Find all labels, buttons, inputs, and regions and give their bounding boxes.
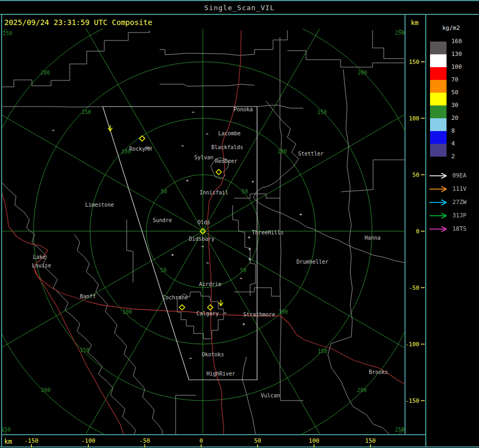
municipal-boundary xyxy=(127,219,133,282)
map-canvas[interactable]: 5050505010010010010015015015015020020020… xyxy=(0,0,479,448)
radar-legend-item: 09EA xyxy=(429,169,479,182)
town-marker: ^ xyxy=(181,144,184,150)
radar-app-window: Single_Scan_VIL 505050501001001001001501… xyxy=(0,0,479,448)
range-ring-label: 250 xyxy=(395,30,404,36)
town-marker: ^ xyxy=(205,133,209,138)
municipal-boundary xyxy=(160,30,287,55)
range-ring-label: 150 xyxy=(81,109,91,115)
map-layers: 5050505010010010010015015015015020020020… xyxy=(0,0,479,448)
city-label: Banff xyxy=(80,294,96,299)
town-marker: ^ xyxy=(206,262,209,267)
right-axis-tick-label: -100 xyxy=(406,341,420,348)
range-ring-label: 200 xyxy=(41,387,51,393)
bottom-axis-tick-label: -100 xyxy=(81,437,96,444)
radar-site-legend: 09EA111V27ZW31JP18TS xyxy=(429,169,479,235)
city-label: Strathmore xyxy=(243,312,275,317)
range-ring-label: 250 xyxy=(395,427,404,433)
azimuth-spoke xyxy=(54,231,203,448)
radar-arrow-icon xyxy=(429,199,448,206)
azimuth-spoke xyxy=(203,82,461,231)
right-axis-tick-label: -150 xyxy=(406,397,420,404)
range-ring-label: 50 xyxy=(240,267,246,273)
town-marker: + xyxy=(242,321,245,327)
range-ring-label: 50 xyxy=(160,267,167,273)
municipal-boundary xyxy=(2,107,103,107)
legend-scale-value: 8 xyxy=(451,127,473,134)
city-label: Hanna xyxy=(365,235,381,241)
city-label: Ponoka xyxy=(234,107,253,112)
radar-map-svg[interactable]: 5050505010010010010015015015015020020020… xyxy=(0,0,479,448)
bottom-axis-tick-label: 50 xyxy=(254,437,261,444)
legend-color-swatch xyxy=(430,105,447,118)
radar-site-marker xyxy=(208,305,213,310)
municipal-boundary xyxy=(253,101,404,263)
azimuth-spoke xyxy=(0,82,203,231)
radar-site-marker xyxy=(216,169,221,175)
radar-legend-item: 111V xyxy=(429,182,479,196)
legend-color-swatch xyxy=(430,144,447,157)
highway-line xyxy=(34,266,123,434)
range-ring-label: 250 xyxy=(3,30,12,36)
legend-color-swatch xyxy=(430,54,447,67)
town-marker: + xyxy=(248,256,251,262)
legend-color-swatch xyxy=(430,80,447,93)
legend-scale-value: 100 xyxy=(451,63,473,70)
right-axis-tick-label: 150 xyxy=(409,59,419,66)
legend-scale-value: 130 xyxy=(451,51,473,58)
city-label: Blackfalds xyxy=(211,144,243,150)
city-label: Brooks xyxy=(369,369,388,375)
city-label: Lacombe xyxy=(218,131,241,136)
radar-legend-item: 27ZW xyxy=(429,196,479,209)
legend-color-swatch xyxy=(430,118,447,131)
city-label: Drumheller xyxy=(296,259,328,265)
municipal-boundary xyxy=(341,160,373,192)
right-axis-tick-label: 50 xyxy=(412,172,419,178)
city-label: Airdrie xyxy=(199,281,221,287)
town-marker: ^ xyxy=(192,111,195,116)
radar-arrow-icon xyxy=(429,226,448,232)
city-label: Cochrane xyxy=(162,295,188,300)
bottom-axis-tick-label: -150 xyxy=(24,437,39,444)
town-marker: + xyxy=(247,234,251,240)
azimuth-spoke xyxy=(203,0,352,231)
range-ring-label: 50 xyxy=(161,189,167,194)
range-ring-label: 200 xyxy=(358,70,367,76)
town-marker: ^ xyxy=(224,312,227,317)
town-marker: ^ xyxy=(52,129,55,134)
range-ring-label: 150 xyxy=(317,109,327,115)
city-label: ThreeHills xyxy=(252,230,284,235)
right-axis-unit-label: km xyxy=(411,19,418,27)
radar-id-label: 18TS xyxy=(452,225,467,232)
range-ring-label: 150 xyxy=(318,348,327,354)
right-axis-tick-label: -50 xyxy=(409,284,419,291)
legend-color-swatch xyxy=(430,67,447,80)
range-ring-label: 50 xyxy=(242,189,248,194)
bottom-axis-unit-label: km xyxy=(4,438,12,445)
legend-scale-value: 50 xyxy=(451,89,473,96)
color-scale: 16013010070503020842 xyxy=(430,42,479,169)
city-label: RockyMH xyxy=(129,146,152,152)
azimuth-spoke xyxy=(203,231,461,380)
bottom-axis-tick-label: 0 xyxy=(200,437,203,444)
range-ring xyxy=(0,0,479,448)
radar-site-marker xyxy=(139,136,145,141)
city-label: Okotoks xyxy=(202,352,224,357)
city-label: Calgary xyxy=(196,311,219,316)
city-label: Lake xyxy=(33,254,46,260)
city-label: Olds xyxy=(197,219,210,225)
legend-color-swatch xyxy=(430,131,447,144)
city-label: Sundre xyxy=(153,217,172,223)
radar-legend-item: 31JP xyxy=(429,209,479,222)
radar-id-label: 09EA xyxy=(452,172,467,179)
town-marker: ^ xyxy=(189,357,192,362)
city-label: Vulcan xyxy=(261,393,280,398)
municipal-boundary xyxy=(176,395,196,434)
radar-site-marker xyxy=(179,305,185,310)
city-label: Limestone xyxy=(85,202,114,208)
azimuth-spoke xyxy=(203,231,352,448)
legend-scale-value: 160 xyxy=(451,38,473,45)
town-marker: ^ xyxy=(201,245,204,250)
bottom-axis-tick-label: 100 xyxy=(309,437,319,444)
range-ring-label: 250 xyxy=(1,427,11,433)
range-ring-label: 150 xyxy=(80,347,89,353)
